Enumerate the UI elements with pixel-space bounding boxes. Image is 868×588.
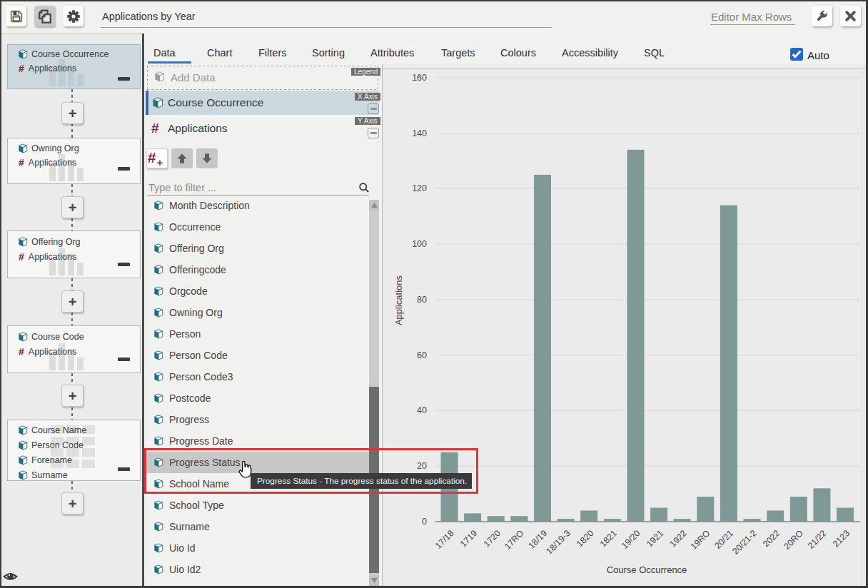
svg-text:40: 40 bbox=[417, 405, 427, 415]
svg-text:20RO: 20RO bbox=[782, 528, 805, 552]
svg-text:17RO: 17RO bbox=[503, 528, 526, 552]
svg-text:Course Occurrence: Course Occurrence bbox=[607, 564, 687, 575]
svg-text:140: 140 bbox=[412, 128, 427, 138]
svg-text:100: 100 bbox=[412, 239, 427, 249]
svg-text:60: 60 bbox=[417, 350, 427, 360]
svg-text:Applications: Applications bbox=[393, 275, 404, 325]
svg-text:1821: 1821 bbox=[598, 528, 619, 549]
svg-text:17/18: 17/18 bbox=[433, 528, 456, 551]
svg-text:2022: 2022 bbox=[761, 528, 782, 549]
svg-text:18/19-3: 18/19-3 bbox=[544, 528, 572, 557]
svg-text:1720: 1720 bbox=[482, 528, 503, 549]
svg-text:21/22: 21/22 bbox=[806, 528, 829, 551]
svg-text:120: 120 bbox=[412, 183, 427, 193]
svg-text:20/21-2: 20/21-2 bbox=[730, 528, 759, 557]
svg-text:1719: 1719 bbox=[458, 528, 479, 549]
svg-text:160: 160 bbox=[412, 73, 427, 83]
svg-text:1820: 1820 bbox=[575, 528, 595, 549]
svg-text:2123: 2123 bbox=[831, 528, 852, 549]
svg-text:1921: 1921 bbox=[645, 528, 665, 549]
svg-text:80: 80 bbox=[417, 295, 427, 305]
svg-text:1922: 1922 bbox=[668, 528, 689, 549]
svg-text:19/20: 19/20 bbox=[620, 528, 642, 551]
svg-text:0: 0 bbox=[422, 517, 427, 527]
svg-text:19RO: 19RO bbox=[689, 528, 712, 552]
